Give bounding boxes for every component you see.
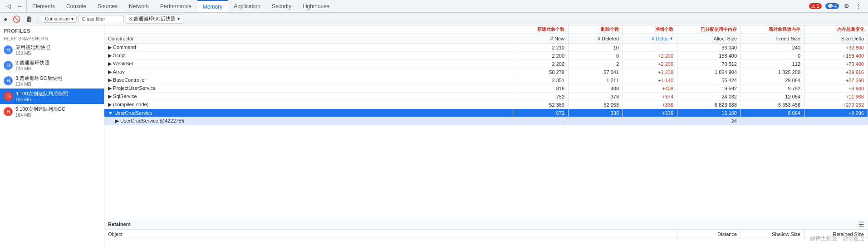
td-new: 2 200 <box>514 52 569 59</box>
cn-header-delta: 净增个数 <box>623 25 677 34</box>
td-freed: 0 <box>741 52 804 59</box>
cn-header-size-delta: 内存总量变化 <box>804 25 868 34</box>
table-row-selected[interactable]: ▼ UserCrudService 672 336 +336 16 160 8 … <box>104 109 868 117</box>
record-icon[interactable]: ● <box>2 15 9 24</box>
td-constructor: ▶ UserCrudService @4222755 <box>104 117 514 125</box>
table-row[interactable]: ▶ Script 2 200 0 +2 200 158 400 0 +158 4… <box>104 52 868 60</box>
snapshot-icon-3: H <box>4 76 13 85</box>
tab-console[interactable]: Console <box>61 0 92 12</box>
content-area: 新建对象个数 删除个数 净增个数 已分配使用中内存 新对象释放内存 内存总量变化… <box>104 25 868 246</box>
table-row[interactable]: ▶ ProjectUserService 816 408 +408 19 592… <box>104 84 868 93</box>
snapshot-name-2: 2.普通循环快照 <box>15 59 49 66</box>
settings-icon[interactable]: ⚙ <box>843 3 851 10</box>
td-deleted: 57 041 <box>569 68 623 76</box>
td-deleted: 10 <box>569 44 623 51</box>
cn-header-alloc: 已分配使用中内存 <box>677 25 741 34</box>
th-retainer-distance[interactable]: Distance <box>677 230 741 239</box>
th-constructor[interactable]: Constructor <box>104 34 514 43</box>
th-alloc[interactable]: Alloc. Size <box>677 34 741 43</box>
td-freed: 1 825 288 <box>741 68 804 76</box>
tab-lighthouse[interactable]: Lighthouse <box>297 0 335 12</box>
snapshot-info-2: 2.普通循环快照 134 MB <box>15 59 49 71</box>
snapshot-size-2: 134 MB <box>15 66 49 71</box>
class-filter-input[interactable] <box>78 15 124 23</box>
td-delta: +336 <box>623 101 677 108</box>
table-body: ▶ Command 2 210 10 33 040 240 +32 800 ▶ … <box>104 44 868 219</box>
table-row[interactable]: ▶ SqlService 752 378 +374 24 032 12 064 … <box>104 93 868 101</box>
td-size-delta: +270 232 <box>804 101 868 108</box>
td-deleted: 408 <box>569 84 623 92</box>
td-alloc: 1 864 904 <box>677 68 741 76</box>
td-alloc: 19 592 <box>677 84 741 92</box>
table-row[interactable]: ▶ Command 2 210 10 33 040 240 +32 800 <box>104 44 868 52</box>
td-deleted <box>569 117 623 125</box>
table-row[interactable]: ▶ Array 58 279 57 041 +1 238 1 864 904 1… <box>104 68 868 76</box>
td-constructor: ▶ Command <box>104 44 514 51</box>
td-delta <box>623 44 677 51</box>
clear-icon[interactable]: 🗑 <box>24 15 34 24</box>
watermark: @稀土掘金 @亿速连 <box>810 235 864 242</box>
td-constructor: ▶ (compiled code) <box>104 101 514 108</box>
cn-header-row: 新建对象个数 删除个数 净增个数 已分配使用中内存 新对象释放内存 内存总量变化 <box>104 25 868 34</box>
snapshot-item-3[interactable]: H 3.普通循环GC后快照 134 MB <box>0 73 104 89</box>
tab-network[interactable]: Network <box>123 0 155 12</box>
snapshot-size-4: 164 MB <box>15 97 68 102</box>
td-alloc: 24 032 <box>677 93 741 100</box>
th-retainer-object[interactable]: Object <box>104 230 677 239</box>
snapshot-size-3: 134 MB <box>15 82 62 87</box>
tab-elements[interactable]: Elements <box>27 0 61 12</box>
sidebar: Profiles HEAP SNAPSHOTS H 应用初始堆快照 133 MB… <box>0 25 104 246</box>
td-delta: +1 140 <box>623 76 677 84</box>
sidebar-section-label: HEAP SNAPSHOTS <box>0 34 104 42</box>
table-row-sub[interactable]: ▶ UserCrudService @4222755 · 24 <box>104 117 868 125</box>
th-retainer-shallow[interactable]: Shallow Size <box>741 230 804 239</box>
snapshot-item-2[interactable]: H 2.普通循环快照 134 MB <box>0 58 104 73</box>
warning-badge: ⚠ 1 <box>809 3 821 9</box>
tab-bar: ◁ ↔ Elements Console Sources Network Per… <box>0 0 868 13</box>
td-new: 816 <box>514 84 569 92</box>
cn-header-freed: 新对象释放内存 <box>741 25 804 34</box>
tab-sources[interactable]: Sources <box>92 0 123 12</box>
comparison-dropdown[interactable]: Comparison ▾ <box>42 15 77 23</box>
snapshot-icon-5: H <box>4 107 13 116</box>
th-deleted[interactable]: # Deleted <box>569 34 623 43</box>
watermark-text2: @亿速连 <box>843 235 864 242</box>
tab-application[interactable]: Application <box>228 0 266 12</box>
retainers-menu-icon[interactable]: ☰ <box>858 221 864 228</box>
td-alloc: 16 160 <box>677 109 741 117</box>
th-delta[interactable]: # Delta▼ <box>623 34 677 43</box>
th-freed[interactable]: Freed Size <box>741 34 804 43</box>
td-size-delta: +9 800 <box>804 84 868 92</box>
snapshot-item-5[interactable]: H 5.100次创建队列后GC 164 MB <box>0 104 104 119</box>
th-size-delta[interactable]: Size Delta <box>804 34 868 43</box>
snapshot-item-1[interactable]: H 应用初始堆快照 133 MB <box>0 42 104 58</box>
th-new[interactable]: # New <box>514 34 569 43</box>
snapshot-info-4: 4.100次创建队列后快照 164 MB <box>15 90 68 102</box>
retainers-header: Retainers ☰ <box>104 219 868 230</box>
table-row[interactable]: ▶ WeakSet 2 202 2 +2 200 70 512 112 +70 … <box>104 60 868 68</box>
td-alloc: 56 424 <box>677 76 741 84</box>
td-delta <box>623 117 677 125</box>
dropdown-arrow-icon: ▾ <box>71 16 74 21</box>
tab-memory[interactable]: Memory <box>197 0 228 12</box>
tab-list: Elements Console Sources Network Perform… <box>27 0 335 12</box>
td-size-delta: +8 096 <box>804 109 868 117</box>
tab-performance[interactable]: Performance <box>155 0 197 12</box>
more-icon[interactable]: ⋮ <box>854 3 863 10</box>
tab-security[interactable]: Security <box>266 0 297 12</box>
back-icon[interactable]: ◁ <box>5 3 13 10</box>
snapshot-icon-2: H <box>4 61 13 70</box>
td-delta: +1 238 <box>623 68 677 76</box>
td-freed: 8 064 <box>741 109 804 117</box>
td-freed: 112 <box>741 60 804 68</box>
td-new: 58 279 <box>514 68 569 76</box>
snapshot-item-4[interactable]: H 4.100次创建队列后快照 164 MB <box>0 89 104 104</box>
table-row[interactable]: ▶ (compiled code) 52 389 52 053 +336 6 8… <box>104 101 868 109</box>
snapshot-info-3: 3.普通循环GC后快照 134 MB <box>15 75 62 87</box>
snapshot-name-1: 应用初始堆快照 <box>15 44 50 51</box>
td-alloc: 158 400 <box>677 52 741 59</box>
snapshot-select[interactable]: 3.普通循环GC后快照 ▾ <box>126 14 183 24</box>
table-row[interactable]: ▶ BaseController 2 351 1 211 +1 140 56 4… <box>104 76 868 84</box>
dock-icon[interactable]: ↔ <box>15 3 24 10</box>
td-constructor: ▶ Array <box>104 68 514 76</box>
